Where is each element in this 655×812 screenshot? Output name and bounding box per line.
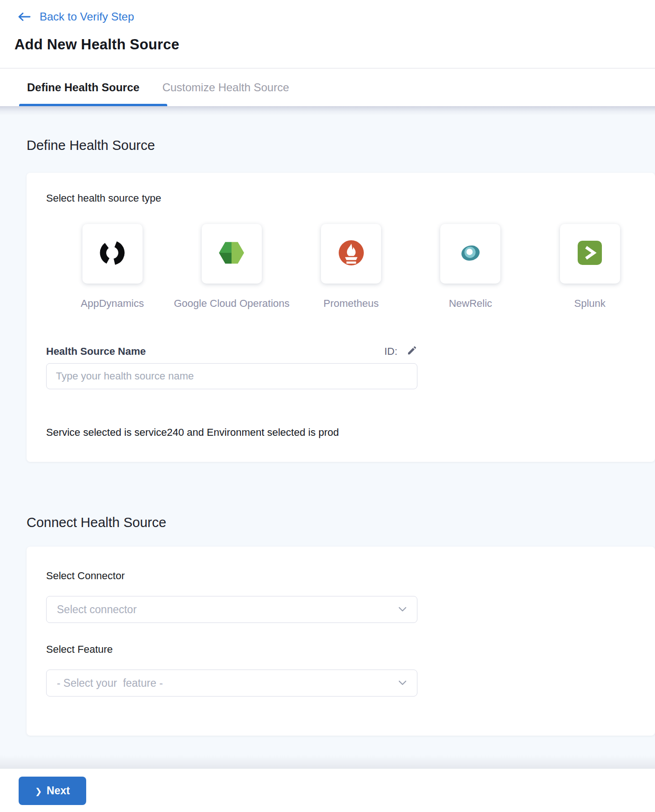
page-header: Back to Verify Step Add New Health Sourc… [0,0,655,68]
tab-customize-health-source[interactable]: Customize Health Source [162,81,289,94]
source-type-label: Google Cloud Operations [174,298,289,310]
select-feature-label: Select Feature [46,643,635,656]
feature-select-value: - Select your feature - [57,677,163,690]
health-source-name-input[interactable] [46,363,417,389]
select-connector-label: Select Connector [46,570,635,582]
feature-select[interactable]: - Select your feature - [46,670,417,697]
add-health-source-page: Back to Verify Step Add New Health Sourc… [0,0,655,812]
source-type-prometheus: Prometheus [292,224,411,310]
define-health-source-card: Select health source type AppDynamics [27,173,655,462]
tab-bar: Define Health Source Customize Health So… [0,68,655,106]
next-button-label: Next [47,785,70,797]
id-label: ID: [384,345,397,358]
source-type-google-cloud-operations: Google Cloud Operations [172,224,291,310]
chevron-down-icon [398,679,407,687]
back-to-verify-step-link[interactable]: Back to Verify Step [17,10,134,23]
back-link-label: Back to Verify Step [40,10,134,23]
source-type-row: AppDynamics Google Cloud Operations [53,224,649,310]
next-button[interactable]: ❯ Next [19,777,86,805]
source-type-label: Prometheus [323,298,379,310]
source-type-splunk: Splunk [530,224,649,310]
service-environment-text: Service selected is service240 and Envir… [46,426,635,439]
main-content: Define Health Source Select health sourc… [0,115,655,736]
page-footer: ❯ Next [0,768,655,812]
health-source-name-label: Health Source Name [46,345,146,358]
newrelic-icon [457,239,484,268]
newrelic-tile[interactable] [440,224,500,284]
footer-shadow [0,755,655,768]
source-type-appdynamics: AppDynamics [53,224,172,310]
google-cloud-operations-tile[interactable] [202,224,262,284]
google-cloud-operations-icon [218,239,245,268]
splunk-icon [577,240,603,268]
tab-define-health-source[interactable]: Define Health Source [27,81,139,94]
appdynamics-icon [99,239,126,268]
health-source-name-row: Health Source Name ID: [46,345,417,358]
tab-bar-shadow [0,106,655,115]
chevron-right-icon: ❯ [35,787,42,796]
appdynamics-tile[interactable] [82,224,143,284]
source-type-label: NewRelic [449,298,492,310]
select-type-label: Select health source type [46,192,635,204]
prometheus-tile[interactable] [321,224,381,284]
source-type-label: AppDynamics [81,298,144,310]
id-area: ID: [384,345,417,358]
page-title: Add New Health Source [14,36,179,53]
connect-section-heading: Connect Health Source [27,515,655,530]
pencil-icon [407,345,417,358]
source-type-newrelic: NewRelic [411,224,530,310]
prometheus-icon [338,239,365,268]
back-arrow-icon [17,12,31,22]
connector-select[interactable]: Select connector [46,596,417,623]
chevron-down-icon [398,605,407,614]
splunk-tile[interactable] [560,224,620,284]
connector-select-value: Select connector [57,603,136,616]
connect-health-source-card: Select Connector Select connector Select… [27,547,655,736]
edit-id-button[interactable] [407,345,417,358]
source-type-label: Splunk [574,298,605,310]
define-section-heading: Define Health Source [27,115,655,153]
